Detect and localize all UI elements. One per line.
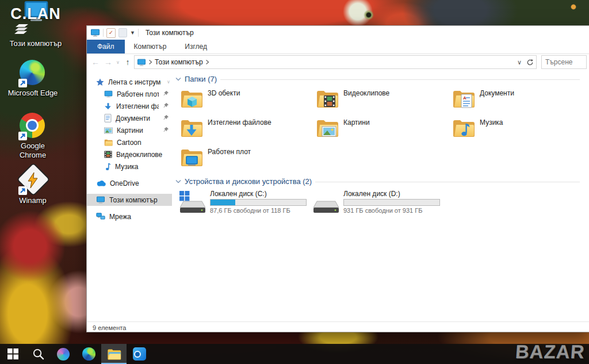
taskbar-outlook-button[interactable] bbox=[127, 344, 152, 364]
new-folder-button[interactable] bbox=[118, 28, 127, 37]
taskbar-explorer-button[interactable] bbox=[101, 344, 127, 364]
chevron-down-icon[interactable] bbox=[175, 179, 181, 184]
item-count: 9 елемента bbox=[93, 324, 126, 331]
chevron-down-icon[interactable] bbox=[175, 77, 181, 82]
explorer-icon bbox=[107, 348, 121, 360]
address-bar[interactable]: Този компютър ∨ bbox=[134, 55, 537, 69]
drive-c[interactable]: Локален диск (C:) 87,6 ГБ свободни от 11… bbox=[178, 190, 310, 215]
folder-pictures[interactable]: Картини bbox=[316, 117, 446, 143]
nav-pictures[interactable]: Картини bbox=[87, 124, 172, 136]
chevron-right-icon[interactable] bbox=[205, 59, 209, 65]
desktop-icon-label: Този компютър bbox=[0, 39, 71, 48]
desktop-icon-edge[interactable]: Microsoft Edge bbox=[7, 60, 59, 98]
copilot-icon bbox=[57, 348, 70, 361]
tab-file[interactable]: Файл bbox=[87, 40, 125, 53]
clan-logo: C.LAN bbox=[0, 5, 71, 23]
drive-usage-bar bbox=[343, 199, 440, 206]
drive-d[interactable]: Локален диск (D:) 931 ГБ свободни от 931… bbox=[311, 190, 443, 215]
forward-button[interactable]: → bbox=[102, 58, 114, 67]
folder-documents[interactable]: A Документи bbox=[452, 87, 582, 114]
divider bbox=[138, 29, 139, 37]
divider bbox=[315, 182, 580, 182]
search-input[interactable] bbox=[542, 58, 586, 66]
nav-desktop[interactable]: Работен плот bbox=[87, 88, 172, 100]
search-box[interactable] bbox=[541, 55, 587, 69]
pictures-icon bbox=[316, 117, 339, 139]
desktop-icon bbox=[104, 90, 113, 98]
properties-button[interactable]: ✓ bbox=[106, 28, 116, 38]
nav-onedrive[interactable]: OneDrive bbox=[87, 177, 172, 189]
desktop-icon bbox=[180, 146, 203, 168]
folder-downloads[interactable]: Изтеглени файлове bbox=[180, 117, 310, 143]
nav-downloads[interactable]: Изтеглени файлове bbox=[87, 100, 172, 112]
desktop-icon-chrome[interactable]: Google Chrome bbox=[7, 113, 59, 160]
drive-usage-bar bbox=[210, 199, 307, 206]
tab-view[interactable]: Изглед bbox=[175, 40, 216, 53]
folder-videos[interactable]: Видеоклипове bbox=[316, 87, 446, 114]
nav-videos[interactable]: Видеоклипове bbox=[87, 148, 172, 160]
explorer-window: ✓ ▼ Този компютър Файл Компютър Изглед ←… bbox=[86, 25, 589, 332]
nav-music[interactable]: Музика bbox=[87, 160, 172, 173]
taskbar bbox=[0, 344, 589, 364]
tab-computer[interactable]: Компютър bbox=[125, 40, 176, 53]
group-header-folders[interactable]: Папки (7) bbox=[175, 75, 580, 83]
address-row: ← → ∨ ↑ Този компютър ∨ bbox=[87, 54, 589, 70]
status-bar: 9 елемента bbox=[87, 321, 589, 334]
documents-icon: A bbox=[452, 87, 475, 109]
drive-icon bbox=[311, 190, 340, 215]
quick-access-toolbar: ✓ ▼ bbox=[87, 28, 142, 38]
taskbar-search-button[interactable] bbox=[25, 344, 51, 364]
system-menu-icon[interactable] bbox=[90, 29, 100, 37]
divider bbox=[220, 79, 580, 80]
desktop-icon-label: Microsoft Edge bbox=[7, 89, 59, 98]
computer-icon bbox=[137, 59, 146, 66]
drive-free-space: 931 ГБ свободни от 931 ГБ bbox=[343, 207, 440, 214]
back-button[interactable]: ← bbox=[89, 58, 102, 67]
download-icon bbox=[104, 102, 112, 110]
pin-icon bbox=[163, 102, 172, 110]
search-icon bbox=[32, 348, 44, 360]
network-icon bbox=[96, 213, 105, 220]
chevron-down-icon[interactable]: ∨ bbox=[165, 79, 172, 85]
folder-music[interactable]: Музика bbox=[452, 117, 582, 143]
edge-icon bbox=[82, 347, 95, 361]
breadcrumb[interactable]: Този компютър bbox=[155, 58, 203, 66]
shortcut-arrow-icon bbox=[18, 79, 27, 87]
shortcut-arrow-icon bbox=[18, 186, 27, 195]
chevron-right-icon bbox=[148, 59, 152, 65]
folder-desktop[interactable]: Работен плот bbox=[180, 146, 310, 173]
nav-quick-access[interactable]: Лента с инструменти ∨ bbox=[87, 76, 172, 88]
qat-dropdown-icon[interactable]: ▼ bbox=[130, 30, 135, 36]
video-icon bbox=[104, 151, 112, 158]
drive-free-space: 87,6 ГБ свободни от 118 ГБ bbox=[210, 207, 307, 214]
navigation-pane: Лента с инструменти ∨ Работен плот Изтег… bbox=[87, 70, 172, 321]
videos-icon bbox=[316, 87, 339, 109]
music-icon bbox=[104, 163, 111, 171]
taskbar-edge-button[interactable] bbox=[76, 344, 101, 364]
title-bar[interactable]: ✓ ▼ Този компютър bbox=[87, 26, 589, 40]
shortcut-arrow-icon bbox=[18, 132, 27, 140]
folder-3d-objects[interactable]: 3D обекти bbox=[180, 87, 310, 114]
group-header-devices[interactable]: Устройства и дискови устройства (2) bbox=[175, 177, 580, 186]
desktop-icon-this-pc[interactable]: C.LAN Този компютър bbox=[0, 0, 71, 48]
taskbar-copilot-button[interactable] bbox=[51, 344, 76, 364]
pin-icon bbox=[163, 90, 172, 98]
layers-icon bbox=[13, 26, 33, 36]
address-dropdown-icon[interactable]: ∨ bbox=[515, 59, 524, 66]
desktop-icon-label: Winamp bbox=[7, 196, 59, 205]
computer-icon bbox=[96, 196, 105, 204]
start-button[interactable] bbox=[0, 344, 25, 364]
picture-icon bbox=[104, 127, 113, 134]
nav-cartoon-folder[interactable]: Cartoon bbox=[87, 136, 172, 148]
nav-documents[interactable]: Документи bbox=[87, 112, 172, 124]
file-list-area: Папки (7) 3D обекти bbox=[172, 70, 589, 321]
recent-locations-icon[interactable]: ∨ bbox=[114, 60, 121, 65]
desktop-icon-winamp[interactable]: Winamp bbox=[7, 166, 59, 205]
up-button[interactable]: ↑ bbox=[121, 58, 134, 67]
downloads-icon bbox=[180, 117, 203, 139]
refresh-icon[interactable] bbox=[526, 59, 534, 66]
nav-this-pc[interactable]: Този компютър bbox=[87, 194, 172, 206]
window-title: Този компютър bbox=[146, 29, 194, 37]
ribbon-tabs: Файл Компютър Изглед bbox=[87, 40, 589, 54]
nav-network[interactable]: Мрежа bbox=[87, 210, 172, 223]
